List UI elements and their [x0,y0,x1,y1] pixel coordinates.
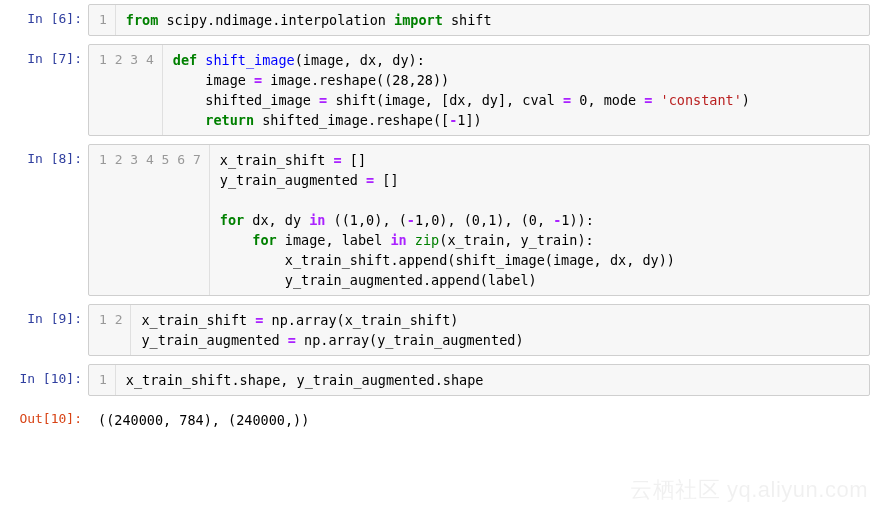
line-gutter: 1 2 3 4 [89,45,163,135]
input-cell: In [8]:1 2 3 4 5 6 7x_train_shift = [] y… [0,140,876,300]
code-input-area[interactable]: 1 2 3 4def shift_image(image, dx, dy): i… [88,44,870,136]
line-gutter: 1 2 3 4 5 6 7 [89,145,210,295]
code-input-area[interactable]: 1 2 3 4 5 6 7x_train_shift = [] y_train_… [88,144,870,296]
input-prompt: In [9]: [0,304,88,328]
input-prompt: In [10]: [0,364,88,388]
input-cell: In [10]:1x_train_shift.shape, y_train_au… [0,360,876,400]
output-cell: Out[10]:((240000, 784), (240000,)) [0,400,876,440]
code-input-area[interactable]: 1 2x_train_shift = np.array(x_train_shif… [88,304,870,356]
line-gutter: 1 [89,5,116,35]
code-input-area[interactable]: 1from scipy.ndimage.interpolation import… [88,4,870,36]
code-content[interactable]: from scipy.ndimage.interpolation import … [116,5,869,35]
output-content: ((240000, 784), (240000,)) [88,404,876,436]
input-prompt: In [6]: [0,4,88,28]
input-cell: In [6]:1from scipy.ndimage.interpolation… [0,0,876,40]
line-gutter: 1 2 [89,305,131,355]
output-prompt: Out[10]: [0,404,88,428]
code-input-area[interactable]: 1x_train_shift.shape, y_train_augmented.… [88,364,870,396]
code-content[interactable]: x_train_shift = np.array(x_train_shift) … [131,305,869,355]
input-cell: In [9]:1 2x_train_shift = np.array(x_tra… [0,300,876,360]
code-content[interactable]: x_train_shift = [] y_train_augmented = [… [210,145,869,295]
code-content[interactable]: x_train_shift.shape, y_train_augmented.s… [116,365,869,395]
input-prompt: In [7]: [0,44,88,68]
input-cell: In [7]:1 2 3 4def shift_image(image, dx,… [0,40,876,140]
line-gutter: 1 [89,365,116,395]
notebook-root: In [6]:1from scipy.ndimage.interpolation… [0,0,876,440]
input-prompt: In [8]: [0,144,88,168]
code-content[interactable]: def shift_image(image, dx, dy): image = … [163,45,869,135]
